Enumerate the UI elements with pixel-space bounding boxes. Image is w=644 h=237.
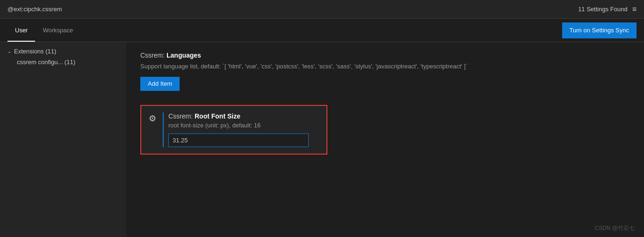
- tabs-row: User Workspace Turn on Settings Sync: [0, 19, 644, 42]
- languages-setting-description: Support language list, default: `[ 'html…: [140, 62, 630, 71]
- top-bar: @ext:cipchk.cssrem 11 Settings Found ≡: [0, 0, 644, 19]
- tab-workspace[interactable]: Workspace: [35, 19, 80, 42]
- top-bar-right: 11 Settings Found ≡: [578, 5, 637, 14]
- watermark: CSDN @竹石七: [594, 224, 635, 232]
- settings-found-count: 11 Settings Found: [578, 6, 628, 13]
- add-item-button[interactable]: Add Item: [140, 77, 180, 91]
- chevron-down-icon: ⌄: [7, 49, 11, 54]
- root-font-size-content: Cssrem: Root Font Size root font-size (u…: [163, 112, 309, 147]
- languages-setting-title: Cssrem: Languages: [140, 52, 630, 59]
- tab-user[interactable]: User: [7, 19, 35, 42]
- root-font-size-input-wrap: [168, 133, 309, 147]
- sidebar-item-extensions[interactable]: ⌄ Extensions (11): [0, 46, 126, 57]
- root-font-size-input[interactable]: [169, 134, 308, 147]
- search-query: @ext:cipchk.cssrem: [7, 6, 62, 13]
- filter-icon[interactable]: ≡: [632, 5, 637, 14]
- root-font-size-highlighted-section: ⚙ Cssrem: Root Font Size root font-size …: [140, 105, 327, 155]
- sidebar-subitem-cssrem[interactable]: cssrem configu... (11): [0, 57, 126, 67]
- root-font-size-description: root font-size (unit: px), default: 16: [168, 122, 309, 129]
- tabs-left: User Workspace: [7, 19, 80, 42]
- main-content: ⌄ Extensions (11) cssrem configu... (11)…: [0, 42, 644, 237]
- gear-icon: ⚙: [149, 113, 156, 124]
- turn-on-sync-button[interactable]: Turn on Settings Sync: [562, 22, 637, 38]
- sidebar: ⌄ Extensions (11) cssrem configu... (11): [0, 42, 126, 237]
- root-font-size-title: Cssrem: Root Font Size: [168, 112, 309, 120]
- settings-panel: Cssrem: Languages Support language list,…: [126, 42, 644, 237]
- languages-setting-section: Cssrem: Languages Support language list,…: [140, 52, 630, 91]
